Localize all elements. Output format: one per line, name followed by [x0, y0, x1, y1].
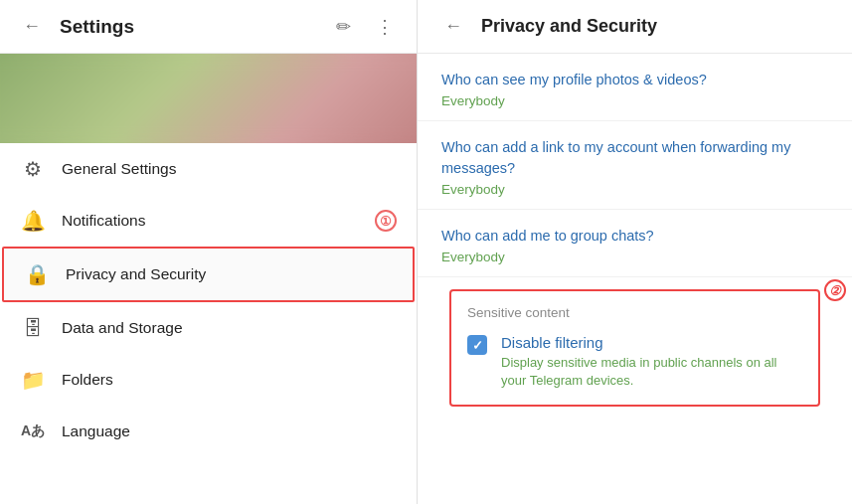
privacy-question-photos: Who can see my profile photos & videos?	[441, 70, 828, 89]
header-icons: ✏ ⋮	[327, 11, 401, 43]
right-panel-title: Privacy and Security	[481, 16, 657, 37]
language-icon: Aあ	[20, 419, 46, 444]
left-header: ← Settings ✏ ⋮	[0, 0, 417, 54]
right-panel: ← Privacy and Security Who can see my pr…	[418, 0, 852, 504]
sidebar-item-label-language: Language	[62, 422, 130, 440]
sensitive-wrapper: Sensitive content Disable filtering Disp…	[433, 289, 836, 406]
privacy-question-link: Who can add a link to my account when fo…	[441, 137, 828, 178]
sidebar-item-data[interactable]: 🗄 Data and Storage	[0, 302, 417, 354]
profile-banner-blur	[0, 54, 417, 143]
privacy-value-photos: Everybody	[441, 93, 828, 108]
right-back-button[interactable]: ←	[437, 11, 469, 43]
database-icon: 🗄	[20, 315, 46, 341]
sidebar-item-label-folders: Folders	[62, 371, 113, 389]
privacy-item-link[interactable]: Who can add a link to my account when fo…	[418, 121, 852, 210]
privacy-value-groups: Everybody	[441, 250, 828, 264]
sensitive-content-title: Sensitive content	[467, 305, 802, 320]
sidebar-item-privacy[interactable]: 🔒 Privacy and Security	[2, 247, 415, 302]
sidebar-item-label-general: General Settings	[62, 160, 176, 178]
sensitive-section: Sensitive content Disable filtering Disp…	[449, 289, 820, 406]
disable-filtering-description: Display sensitive media in public channe…	[501, 354, 802, 390]
sidebar-item-label-privacy: Privacy and Security	[66, 265, 206, 283]
sidebar-item-language[interactable]: Aあ Language	[0, 406, 417, 457]
gear-icon: ⚙	[20, 156, 46, 182]
left-panel: ← Settings ✏ ⋮ ⚙ General Settings 🔔 Noti…	[0, 0, 418, 504]
sidebar-item-general[interactable]: ⚙ General Settings	[0, 143, 417, 195]
back-button[interactable]: ←	[16, 11, 48, 43]
sidebar-item-notifications[interactable]: 🔔 Notifications ①	[0, 195, 417, 247]
edit-button[interactable]: ✏	[327, 11, 359, 43]
bell-icon: 🔔	[20, 208, 46, 234]
lock-icon: 🔒	[24, 261, 50, 287]
sensitive-item: Disable filtering Display sensitive medi…	[467, 334, 802, 390]
privacy-question-groups: Who can add me to group chats?	[441, 226, 828, 246]
right-header: ← Privacy and Security	[418, 0, 852, 54]
sensitive-badge: ②	[824, 279, 846, 301]
profile-banner	[0, 54, 417, 143]
disable-filtering-label: Disable filtering	[501, 334, 802, 351]
settings-title: Settings	[60, 16, 134, 38]
sensitive-text-block: Disable filtering Display sensitive medi…	[501, 334, 802, 390]
more-button[interactable]: ⋮	[369, 11, 401, 43]
sidebar-item-label-data: Data and Storage	[62, 319, 183, 337]
privacy-item-photos[interactable]: Who can see my profile photos & videos? …	[418, 54, 852, 121]
sidebar-item-folders[interactable]: 📁 Folders	[0, 354, 417, 406]
privacy-item-groups[interactable]: Who can add me to group chats? Everybody	[418, 210, 852, 277]
header-left: ← Settings	[16, 11, 134, 43]
folder-icon: 📁	[20, 367, 46, 393]
nav-list: ⚙ General Settings 🔔 Notifications ① 🔒 P…	[0, 143, 417, 504]
sidebar-item-label-notifications: Notifications	[62, 212, 145, 230]
privacy-value-link: Everybody	[441, 182, 828, 197]
disable-filtering-checkbox[interactable]	[467, 335, 487, 355]
notifications-badge: ①	[375, 210, 397, 232]
right-content: Who can see my profile photos & videos? …	[418, 54, 852, 504]
